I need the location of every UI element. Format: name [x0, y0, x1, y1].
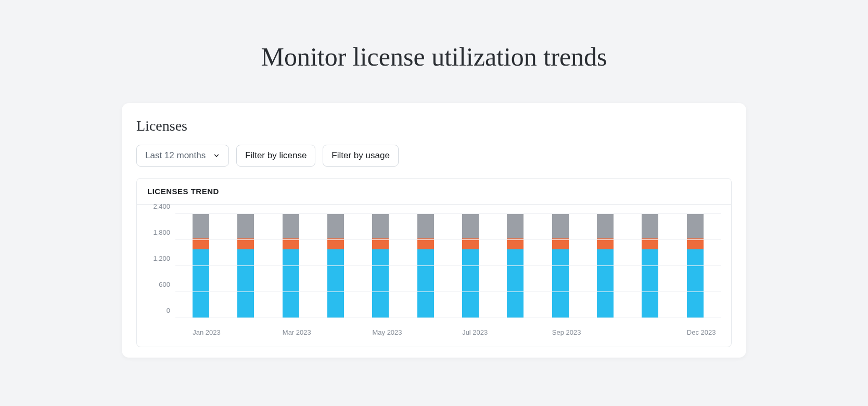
- bar[interactable]: [372, 214, 389, 318]
- date-range-select[interactable]: Last 12 months: [136, 145, 229, 167]
- y-tick-label: 1,800: [153, 229, 170, 236]
- chart-panel-title: LICENSES TREND: [137, 179, 731, 205]
- bar-segment: [417, 249, 434, 318]
- bar[interactable]: [597, 214, 614, 318]
- y-tick-label: 1,200: [153, 255, 170, 262]
- date-range-label: Last 12 months: [145, 150, 206, 161]
- bar[interactable]: [193, 214, 209, 318]
- bar[interactable]: [687, 214, 704, 318]
- y-tick-label: 600: [159, 281, 170, 288]
- bar[interactable]: [552, 214, 569, 318]
- bar-segment: [552, 249, 569, 318]
- bar-segment: [507, 249, 524, 318]
- gridline: [175, 291, 721, 292]
- chevron-down-icon: [213, 152, 220, 159]
- bar[interactable]: [462, 214, 479, 318]
- bar-segment: [597, 214, 614, 238]
- gridline: [175, 318, 721, 318]
- x-tick-label: [642, 328, 658, 336]
- bar-segment: [642, 249, 658, 318]
- bar[interactable]: [237, 214, 254, 318]
- bar-segment: [283, 214, 299, 238]
- filter-usage-label: Filter by usage: [331, 150, 390, 161]
- bar-segment: [283, 249, 299, 318]
- bar[interactable]: [417, 214, 434, 318]
- x-tick-label: [327, 328, 344, 336]
- x-tick-label: [417, 328, 434, 336]
- bar-segment: [193, 214, 209, 238]
- bar-segment: [552, 214, 569, 238]
- bars-row: [175, 214, 721, 318]
- bar[interactable]: [642, 214, 658, 318]
- chart-body: 06001,2001,8002,400 Jan 2023Mar 2023May …: [137, 205, 731, 347]
- x-tick-label: Sep 2023: [552, 328, 569, 336]
- bar-segment: [462, 249, 479, 318]
- filter-bar: Last 12 months Filter by license Filter …: [136, 145, 732, 167]
- x-tick-label: Jan 2023: [193, 328, 209, 336]
- x-tick-label: Dec 2023: [687, 328, 704, 336]
- bar-segment: [417, 214, 434, 238]
- y-tick-label: 2,400: [153, 202, 170, 210]
- x-tick-label: [597, 328, 614, 336]
- x-tick-label: [237, 328, 254, 336]
- bar-segment: [687, 249, 704, 318]
- bar-segment: [372, 249, 389, 318]
- gridline: [175, 265, 721, 266]
- y-axis: 06001,2001,8002,400: [147, 214, 175, 318]
- x-tick-label: [507, 328, 524, 336]
- bar-segment: [687, 214, 704, 238]
- bar-segment: [193, 249, 209, 318]
- bar-segment: [372, 214, 389, 238]
- page-title: Monitor license utilization trends: [0, 42, 868, 72]
- page-background: Monitor license utilization trends Licen…: [0, 0, 868, 406]
- licenses-card: Licenses Last 12 months Filter by licens…: [122, 103, 746, 358]
- bar-segment: [642, 214, 658, 238]
- bar-segment: [327, 214, 344, 238]
- x-tick-label: May 2023: [372, 328, 389, 336]
- y-tick-label: 0: [167, 307, 170, 314]
- bar-segment: [237, 249, 254, 318]
- filter-by-usage-button[interactable]: Filter by usage: [323, 145, 399, 167]
- bar[interactable]: [507, 214, 524, 318]
- plot-area: 06001,2001,8002,400: [147, 214, 721, 318]
- bar-segment: [507, 214, 524, 238]
- x-axis-row: Jan 2023Mar 2023May 2023Jul 2023Sep 2023…: [175, 328, 721, 336]
- x-axis: Jan 2023Mar 2023May 2023Jul 2023Sep 2023…: [175, 328, 721, 336]
- bar-segment: [327, 249, 344, 318]
- gridline: [175, 213, 721, 214]
- card-title: Licenses: [136, 118, 732, 134]
- x-tick-label: Mar 2023: [283, 328, 299, 336]
- bar[interactable]: [327, 214, 344, 318]
- x-tick-label: Jul 2023: [462, 328, 479, 336]
- bar[interactable]: [283, 214, 299, 318]
- bar-segment: [462, 214, 479, 238]
- filter-license-label: Filter by license: [245, 150, 307, 161]
- chart-panel: LICENSES TREND 06001,2001,8002,400 Jan 2…: [136, 178, 732, 347]
- bar-segment: [597, 249, 614, 318]
- bar-segment: [237, 214, 254, 238]
- filter-by-license-button[interactable]: Filter by license: [236, 145, 315, 167]
- gridline: [175, 239, 721, 240]
- bars-region: [175, 214, 721, 318]
